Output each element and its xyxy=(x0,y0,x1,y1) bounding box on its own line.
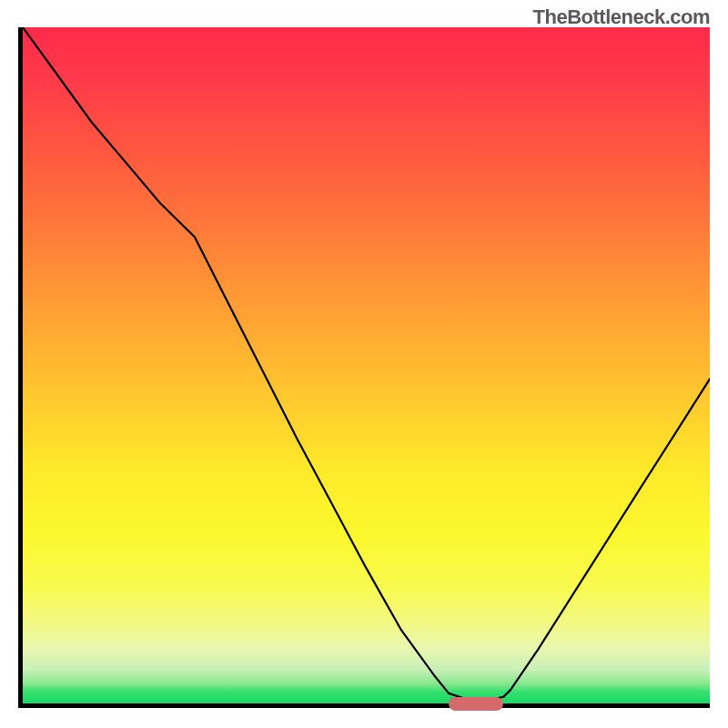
plot-area xyxy=(18,27,710,708)
chart-container: TheBottleneck.com xyxy=(0,0,728,728)
optimal-marker xyxy=(449,697,503,711)
watermark-text: TheBottleneck.com xyxy=(533,5,710,29)
bottleneck-curve xyxy=(23,27,710,703)
